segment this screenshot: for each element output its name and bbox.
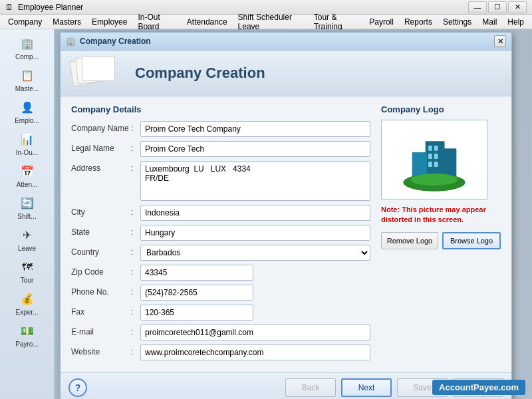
sidebar-item-expense[interactable]: 💰 Exper... — [0, 287, 54, 319]
svg-rect-8 — [434, 162, 438, 167]
colon-website: : — [131, 344, 140, 356]
menu-settings[interactable]: Settings — [438, 16, 477, 28]
sidebar-label-inout: In-Ou... — [16, 149, 38, 156]
sidebar-label-employee: Emplo... — [15, 117, 39, 124]
sidebar-item-leave[interactable]: ✈ Leave — [0, 223, 54, 255]
sidebar-item-payroll[interactable]: 💵 Payro... — [0, 319, 54, 351]
colon-company-name: : — [131, 121, 140, 133]
label-fax: Fax — [71, 305, 131, 317]
input-state[interactable] — [140, 225, 370, 241]
sidebar-label-company: Comp... — [15, 53, 39, 61]
logo-note: Note: This picture may appear distorted … — [381, 205, 501, 225]
dialog-body: Company Details Company Name : Legal Nam… — [61, 96, 511, 372]
main-area: 🏢 Comp... 📋 Maste... 👤 Emplo... 📊 In-Ou.… — [0, 29, 532, 399]
dialog-overlay: 🏢 Company Creation ✕ Com — [55, 29, 532, 399]
dialog-icon: 🏢 — [66, 37, 76, 46]
menu-mail[interactable]: Mail — [477, 16, 502, 28]
dialog-header: Company Creation — [61, 51, 511, 96]
form-row-fax: Fax : — [71, 305, 370, 321]
svg-rect-4 — [434, 146, 438, 151]
right-panel: Company Logo — [381, 104, 501, 364]
input-email[interactable] — [140, 325, 370, 340]
close-window-button[interactable]: ✕ — [508, 1, 527, 13]
next-button[interactable]: Next — [341, 378, 392, 397]
sidebar-item-tour[interactable]: 🗺 Tour — [0, 255, 54, 287]
expense-icon: 💰 — [19, 291, 35, 307]
logo-note-prefix: Note: — [381, 205, 400, 213]
book-icon — [71, 56, 124, 90]
form-row-legal-name: Legal Name : — [71, 141, 370, 157]
logo-container — [381, 120, 487, 200]
menu-bar: Company Masters Employee In-Out Board At… — [0, 15, 532, 29]
app-title: Employee Planner — [18, 3, 83, 12]
masters-icon: 📋 — [19, 68, 35, 84]
dialog-titlebar: 🏢 Company Creation ✕ — [61, 33, 511, 51]
form-row-company-name: Company Name : — [71, 121, 370, 137]
form-row-country: Country : Barbados — [71, 245, 370, 261]
colon-legal-name: : — [131, 141, 140, 153]
sidebar-label-expense: Exper... — [16, 309, 39, 316]
menu-reports[interactable]: Reports — [399, 16, 438, 28]
logo-panel-title: Company Logo — [381, 104, 501, 114]
colon-address: : — [131, 161, 140, 173]
logo-buttons: Remove Logo Browse Logo — [381, 232, 501, 249]
colon-email: : — [131, 325, 140, 336]
input-website[interactable] — [140, 344, 370, 360]
colon-zip: : — [131, 265, 140, 277]
back-button[interactable]: Back — [285, 378, 336, 397]
colon-phone: : — [131, 285, 140, 297]
app-icon: 🗓 — [5, 3, 15, 12]
menu-masters[interactable]: Masters — [47, 16, 86, 28]
form-row-address: Address : Luxembourg LU LUX 4334 FR/DE — [71, 161, 370, 201]
form-row-phone: Phone No. : — [71, 285, 370, 301]
colon-city: : — [131, 205, 140, 217]
sidebar-item-inout[interactable]: 📊 In-Ou... — [0, 128, 54, 160]
colon-fax: : — [131, 305, 140, 317]
minimize-button[interactable]: — — [468, 1, 487, 13]
input-fax[interactable] — [140, 305, 253, 321]
browse-logo-button[interactable]: Browse Logo — [442, 232, 501, 249]
svg-point-10 — [410, 174, 458, 186]
menu-employee[interactable]: Employee — [86, 16, 132, 28]
dialog-close-button[interactable]: ✕ — [494, 35, 506, 47]
svg-rect-6 — [434, 154, 438, 159]
sidebar-item-masters[interactable]: 📋 Maste... — [0, 64, 54, 96]
dialog-header-title: Company Creation — [135, 65, 265, 82]
input-zip[interactable] — [140, 265, 253, 281]
sidebar-label-tour: Tour — [21, 277, 33, 284]
sidebar-item-employee[interactable]: 👤 Emplo... — [0, 96, 54, 128]
leave-icon: ✈ — [19, 227, 35, 243]
sidebar-item-attendance[interactable]: 📅 Atten... — [0, 160, 54, 192]
attendance-icon: 📅 — [19, 164, 35, 180]
select-country[interactable]: Barbados — [140, 245, 370, 261]
colon-country: : — [131, 245, 140, 257]
label-company-name: Company Name — [71, 121, 131, 133]
sidebar-label-shift: Shift... — [17, 213, 36, 220]
menu-help[interactable]: Help — [502, 16, 529, 28]
menu-payroll[interactable]: Payroll — [364, 16, 399, 28]
input-phone[interactable] — [140, 285, 253, 301]
input-company-name[interactable] — [140, 121, 370, 137]
tour-icon: 🗺 — [19, 259, 35, 275]
menu-company[interactable]: Company — [3, 16, 47, 28]
sidebar: 🏢 Comp... 📋 Maste... 👤 Emplo... 📊 In-Ou.… — [0, 29, 55, 399]
input-address[interactable]: Luxembourg LU LUX 4334 FR/DE — [140, 161, 370, 201]
label-address: Address — [71, 161, 131, 173]
maximize-button[interactable]: ☐ — [488, 1, 507, 13]
form-row-city: City : — [71, 205, 370, 221]
svg-rect-5 — [428, 154, 432, 159]
sidebar-item-shift[interactable]: 🔄 Shift... — [0, 192, 54, 223]
input-city[interactable] — [140, 205, 370, 221]
form-section-title: Company Details — [71, 104, 370, 114]
content-area: 🏢 Company Creation ✕ Com — [55, 29, 532, 399]
remove-logo-button[interactable]: Remove Logo — [381, 232, 438, 249]
label-phone: Phone No. — [71, 285, 131, 297]
watermark: AccountPayee.com — [432, 380, 525, 395]
label-country: Country — [71, 245, 131, 257]
menu-attendance[interactable]: Attendance — [182, 16, 233, 28]
label-zip: Zip Code — [71, 265, 131, 277]
sidebar-label-masters: Maste... — [15, 85, 39, 92]
help-button[interactable]: ? — [68, 378, 87, 397]
input-legal-name[interactable] — [140, 141, 370, 157]
sidebar-item-company[interactable]: 🏢 Comp... — [0, 32, 54, 64]
